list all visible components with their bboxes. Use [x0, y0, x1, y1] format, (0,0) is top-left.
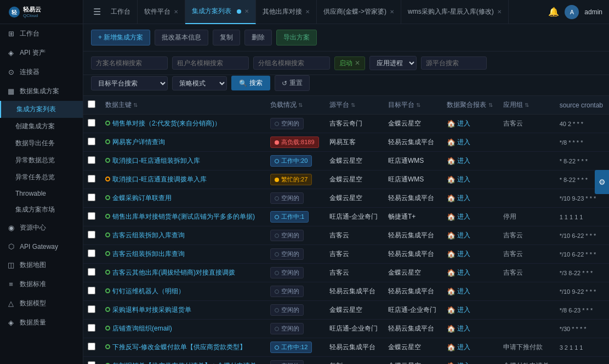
status-tag-close[interactable]: ✕ — [355, 59, 360, 67]
sidebar-item-api-assets[interactable]: ◈API 资产 — [0, 43, 83, 62]
row-checkbox[interactable] — [88, 287, 95, 294]
enter-report-button[interactable]: 🏠进入 — [447, 343, 470, 352]
row-scheme-name[interactable]: 取消接口-旺店通直接调拨单入库 — [105, 175, 207, 183]
enter-report-button[interactable]: 🏠进入 — [447, 231, 470, 240]
new-scheme-button[interactable]: + 新增集成方案 — [91, 30, 150, 46]
enter-report-button[interactable]: 🏠进入 — [447, 138, 470, 147]
sidebar-item-data-quality[interactable]: ◈数据质量 — [0, 313, 83, 332]
sidebar-item-workbench[interactable]: ⊞工作台 — [0, 24, 83, 43]
row-checkbox[interactable] — [88, 138, 95, 145]
sidebar-item-data-standard[interactable]: ≡数据标准 — [0, 275, 83, 294]
menu-icon[interactable]: ☰ — [90, 4, 104, 19]
row-scheme-name[interactable]: 吉客云其他出库(调拔经销商)对接直接调拨 — [105, 269, 235, 276]
sidebar-item-connector[interactable]: ⊙连接器 — [0, 62, 83, 82]
row-checkbox[interactable] — [88, 324, 95, 332]
enter-report-button[interactable]: 🏠进入 — [447, 268, 470, 277]
enter-report-button[interactable]: 🏠进入 — [447, 305, 470, 315]
enter-report-button[interactable]: 🏠进入 — [447, 156, 470, 166]
copy-button[interactable]: 复制 — [213, 30, 240, 46]
row-report: 🏠进入 — [442, 357, 498, 365]
enter-report-button[interactable]: 🏠进入 — [447, 175, 470, 184]
sort-icon-source[interactable]: ⇅ — [351, 102, 355, 108]
row-scheme-name[interactable]: 金蝶采购订单联查用 — [105, 194, 172, 202]
delete-button[interactable]: 删除 — [244, 30, 272, 46]
target-platform-select[interactable]: 目标平台搜索 — [91, 76, 168, 90]
enter-report-button[interactable]: 🏠进入 — [447, 361, 470, 364]
tab-集成方案列表[interactable]: 集成方案列表✕ — [185, 0, 256, 24]
edit-basic-info-button[interactable]: 批改基本信息 — [155, 30, 208, 46]
tenant-name-search[interactable] — [172, 56, 249, 70]
row-checkbox[interactable] — [88, 194, 95, 201]
row-scheme-name[interactable]: 销售单对接（2:代发货(来自分销商)） — [105, 120, 221, 127]
row-scheme-name[interactable]: 店铺查询组织(email) — [105, 325, 172, 332]
sidebar-item-integration-list[interactable]: 集成方案列表 — [0, 101, 83, 118]
sidebar-item-data-map[interactable]: ◫数据地图 — [0, 255, 83, 275]
row-scheme-name[interactable]: 下推反写-修改金蝶付款单【供应商货款类型】 — [105, 343, 246, 351]
row-checkbox[interactable] — [88, 231, 95, 238]
row-appgroup — [499, 170, 555, 189]
row-checkbox[interactable] — [88, 212, 95, 220]
tab-其他出库对接[interactable]: 其他出库对接✕ — [256, 0, 317, 24]
sort-icon-appgroup[interactable]: ⇅ — [525, 102, 529, 108]
sidebar-item-abnormal-data[interactable]: 异常数据总览 — [0, 152, 83, 169]
enter-report-button[interactable]: 🏠进入 — [447, 324, 470, 333]
enter-report-button[interactable]: 🏠进入 — [447, 194, 470, 203]
row-checkbox[interactable] — [88, 175, 95, 183]
reset-button[interactable]: ↺ 重置 — [275, 75, 310, 91]
settings-fab[interactable]: ⚙ — [595, 170, 609, 194]
tab-软件平台[interactable]: 软件平台✕ — [138, 0, 185, 24]
sidebar-item-integration-market[interactable]: 集成方案市场 — [0, 201, 83, 218]
tab-供应商(金蝶->管家婆)[interactable]: 供应商(金蝶->管家婆)✕ — [317, 0, 401, 24]
app-progress-select[interactable]: 应用进程 — [369, 56, 417, 70]
tab-close-icon[interactable]: ✕ — [305, 9, 310, 15]
sidebar-item-data-export-task[interactable]: 数据导出任务 — [0, 135, 83, 152]
row-scheme-name[interactable]: 钉钉运维机器人（明细） — [105, 287, 185, 295]
tab-wms采购入库-星辰入库(修改)[interactable]: wms采购入库-星辰入库(修改)✕ — [401, 0, 509, 24]
row-checkbox[interactable] — [88, 343, 95, 350]
row-checkbox[interactable] — [88, 119, 95, 127]
group-name-search[interactable] — [253, 56, 330, 70]
tab-close-icon[interactable]: ✕ — [497, 9, 502, 15]
enter-report-button[interactable]: 🏠进入 — [447, 249, 470, 259]
enter-report-button[interactable]: 🏠进入 — [447, 119, 470, 128]
row-scheme-name[interactable]: 销售出库单对接销货单(测试店铺为平多多的单据) — [105, 213, 255, 220]
sidebar-item-data-integration[interactable]: ▦数据集成方案 — [0, 82, 83, 101]
table-row: 店铺查询组织(email) 空闲的 旺店通-企业奇门 轻易云集成平台 🏠进入 *… — [83, 320, 609, 338]
export-button[interactable]: 导出方案 — [276, 30, 317, 46]
row-scheme-name[interactable]: 网易客户详情查询 — [105, 138, 165, 146]
row-checkbox[interactable] — [88, 156, 95, 164]
sidebar-item-resource-center[interactable]: ◉资源中心 — [0, 218, 83, 237]
tab-工作台[interactable]: 工作台 — [104, 0, 138, 24]
row-checkbox[interactable] — [88, 249, 95, 257]
row-checkbox[interactable] — [88, 305, 95, 313]
notification-icon[interactable]: 🔔 — [548, 7, 559, 17]
sidebar-item-api-gateway[interactable]: ⬡API Gateway — [0, 237, 83, 255]
sort-icon-name[interactable]: ⇅ — [133, 102, 138, 108]
source-platform-search[interactable] — [421, 56, 487, 70]
search-button[interactable]: 🔍 搜索 — [231, 76, 270, 90]
avatar[interactable]: A — [565, 5, 579, 19]
enter-report-button[interactable]: 🏠进入 — [447, 287, 470, 296]
row-checkbox[interactable] — [88, 268, 95, 276]
row-scheme-name[interactable]: 每刻报销单【推广类充值付请单】->金蝶付申请单 — [105, 362, 257, 364]
sidebar-item-data-model[interactable]: △数据模型 — [0, 294, 83, 313]
tab-close-icon[interactable]: ✕ — [174, 9, 178, 15]
row-checkbox[interactable] — [88, 361, 95, 364]
select-all-checkbox[interactable] — [88, 100, 95, 108]
sort-icon-load[interactable]: ⇅ — [298, 102, 303, 108]
row-scheme-name[interactable]: 采购退料单对接采购退货单 — [105, 306, 191, 314]
sort-icon-report[interactable]: ⇅ — [488, 102, 493, 108]
row-scheme-name[interactable]: 取消接口-旺店通组装拆卸入库 — [105, 157, 200, 164]
row-scheme-name[interactable]: 吉客云组装拆卸入库查询 — [105, 231, 185, 239]
scheme-name-search[interactable] — [91, 56, 168, 70]
sidebar-item-abnormal-task[interactable]: 异常任务总览 — [0, 169, 83, 186]
tab-close-icon[interactable]: ✕ — [244, 8, 249, 14]
enter-report-button[interactable]: 🏠进入 — [447, 212, 470, 221]
sidebar-item-create-integration[interactable]: 创建集成方案 — [0, 118, 83, 135]
tab-close-icon[interactable]: ✕ — [390, 9, 394, 15]
sort-icon-target[interactable]: ⇅ — [416, 102, 420, 108]
strategy-select[interactable]: 策略模式 — [172, 76, 227, 90]
status-filter-tag[interactable]: 启动 ✕ — [334, 56, 365, 70]
sidebar-item-throwable[interactable]: Throwable — [0, 186, 83, 201]
row-scheme-name[interactable]: 吉客云组装拆卸出库查询 — [105, 250, 185, 258]
